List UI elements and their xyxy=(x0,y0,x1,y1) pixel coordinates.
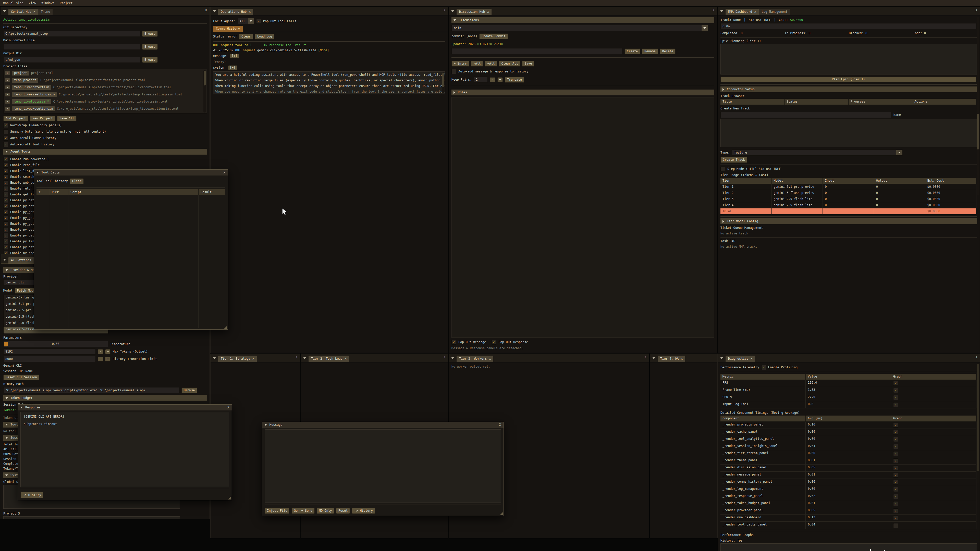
browse-button[interactable]: Browse xyxy=(181,387,197,393)
checkbox[interactable] xyxy=(3,216,8,221)
conductor-setup-header[interactable]: Conductor Setup xyxy=(721,86,977,92)
checkbox[interactable] xyxy=(256,19,261,24)
delete-button[interactable]: Delete xyxy=(660,48,676,54)
checkbox[interactable] xyxy=(893,516,898,520)
window-menu-icon[interactable] xyxy=(718,354,725,362)
clear-button[interactable]: Clear xyxy=(70,178,84,184)
checkbox[interactable] xyxy=(893,480,898,485)
checkbox[interactable] xyxy=(3,233,8,238)
checkbox[interactable] xyxy=(893,473,898,478)
checkbox[interactable] xyxy=(893,458,898,463)
resize-grip[interactable] xyxy=(500,512,503,515)
checkbox[interactable] xyxy=(3,204,8,209)
response-text[interactable]: [GEMINI_CLI API ERROR] subprocess timeou… xyxy=(21,412,229,487)
collapse-icon[interactable] xyxy=(20,407,23,408)
system-prompt-preview[interactable]: You are a helpful coding assistant with … xyxy=(213,71,445,94)
discussions-header[interactable]: Discussions xyxy=(452,17,714,23)
rename-button[interactable]: Rename xyxy=(642,48,658,54)
checkbox[interactable] xyxy=(3,163,8,168)
close-icon[interactable]: X xyxy=(444,355,445,359)
close-icon[interactable]: X xyxy=(975,355,977,359)
to-history-button[interactable]: -> History xyxy=(21,492,43,498)
save-all-button[interactable]: Save All xyxy=(57,116,76,121)
scrollbar-thumb[interactable] xyxy=(977,364,979,471)
remove-file-button[interactable]: x xyxy=(5,107,10,111)
save-button[interactable]: Save xyxy=(522,61,534,67)
checkbox[interactable] xyxy=(3,210,8,214)
checkbox[interactable] xyxy=(3,239,8,244)
discussion-name-input[interactable] xyxy=(452,48,622,54)
reset-cli-session-button[interactable]: Reset CLI Session xyxy=(3,375,39,380)
close-icon[interactable]: X xyxy=(253,357,255,361)
project-file-row[interactable]: x project project.toml xyxy=(3,69,207,76)
expand-all-button[interactable]: +All xyxy=(485,61,497,67)
checkbox[interactable] xyxy=(893,423,898,427)
window-menu-icon[interactable] xyxy=(210,354,218,362)
project-file-row[interactable]: x temp_project C:\projects\manual_slop\t… xyxy=(3,76,207,84)
project-file-row[interactable]: x xyxy=(3,112,207,114)
checkbox[interactable] xyxy=(3,198,8,203)
tab-log-management[interactable]: Log Management xyxy=(759,9,790,15)
browse-button[interactable]: Browse xyxy=(142,44,158,50)
response-titlebar[interactable]: Response X xyxy=(18,405,232,410)
project-tag-button[interactable]: temp_liveaisettingssim xyxy=(12,92,57,97)
remove-file-button[interactable]: x xyxy=(5,100,10,103)
close-icon[interactable]: X xyxy=(487,10,489,14)
md-only-button[interactable]: MD Only xyxy=(317,508,334,514)
scrollbar-thumb[interactable] xyxy=(977,114,979,149)
checkbox[interactable] xyxy=(452,69,456,74)
menu-item[interactable]: View xyxy=(29,1,36,5)
tab-mma-dashboard[interactable]: MMA DashboardX xyxy=(725,9,759,15)
browse-button[interactable]: Browse xyxy=(142,57,158,63)
checkbox[interactable] xyxy=(893,451,898,456)
history-truncation-input[interactable]: 8000 xyxy=(3,356,96,362)
scrollbar[interactable] xyxy=(977,363,979,483)
checkbox[interactable] xyxy=(492,340,496,345)
checkbox[interactable] xyxy=(893,430,898,435)
window-menu-icon[interactable] xyxy=(1,256,8,264)
expand-system-button[interactable]: [+] xyxy=(228,65,237,70)
discussion-entries-region[interactable] xyxy=(452,97,714,338)
checkbox[interactable] xyxy=(3,175,8,179)
project-file-row[interactable]: x temp_livecontextsim C:\projects\manual… xyxy=(3,84,207,91)
tab-operations-hub[interactable]: Operations HubX xyxy=(218,9,253,15)
checkbox[interactable] xyxy=(3,129,8,134)
checkbox[interactable] xyxy=(893,388,898,393)
collapse-icon[interactable] xyxy=(36,171,39,173)
close-icon[interactable]: X xyxy=(975,8,977,12)
roles-header[interactable]: Roles xyxy=(452,89,714,95)
checkbox[interactable] xyxy=(3,123,8,128)
close-icon[interactable]: X xyxy=(713,8,714,12)
discussion-select[interactable]: main xyxy=(452,25,708,31)
new-project-button[interactable]: New Project xyxy=(30,116,55,121)
message-input[interactable] xyxy=(265,429,501,503)
close-icon[interactable]: X xyxy=(296,355,298,359)
track-type-combo[interactable]: feature xyxy=(732,149,903,156)
checkbox[interactable] xyxy=(3,136,8,141)
checkbox[interactable] xyxy=(893,487,898,492)
close-icon[interactable]: X xyxy=(444,8,445,12)
binary-path-input[interactable]: "C:\projects\manual_slop\.venv\Scripts\p… xyxy=(3,387,180,393)
create-button[interactable]: Create xyxy=(625,48,640,54)
checkbox[interactable] xyxy=(3,251,8,254)
checkbox[interactable] xyxy=(721,167,725,171)
main-context-file-input[interactable] xyxy=(3,44,140,50)
close-icon[interactable]: X xyxy=(249,10,251,14)
to-history-button[interactable]: -> History xyxy=(352,508,375,514)
inject-file-button[interactable]: Inject File xyxy=(265,508,290,514)
tab-tier2[interactable]: Tier 2: Tech LeadX xyxy=(309,356,349,362)
close-icon[interactable]: X xyxy=(754,10,756,14)
message-titlebar[interactable]: Message X xyxy=(262,422,504,428)
checkbox[interactable] xyxy=(3,227,8,232)
agent-tools-header[interactable]: Agent Tools xyxy=(3,149,207,155)
checkbox[interactable] xyxy=(3,168,8,173)
checkbox[interactable] xyxy=(893,381,898,386)
temperature-slider[interactable]: 0.00 xyxy=(3,341,108,347)
resize-grip[interactable] xyxy=(224,326,228,329)
checkbox[interactable] xyxy=(893,494,898,499)
minus-button[interactable]: - xyxy=(98,349,103,354)
checkbox[interactable] xyxy=(452,340,456,345)
close-icon[interactable]: X xyxy=(499,423,501,427)
close-icon[interactable]: X xyxy=(33,10,35,14)
plus-button[interactable]: + xyxy=(497,77,503,82)
